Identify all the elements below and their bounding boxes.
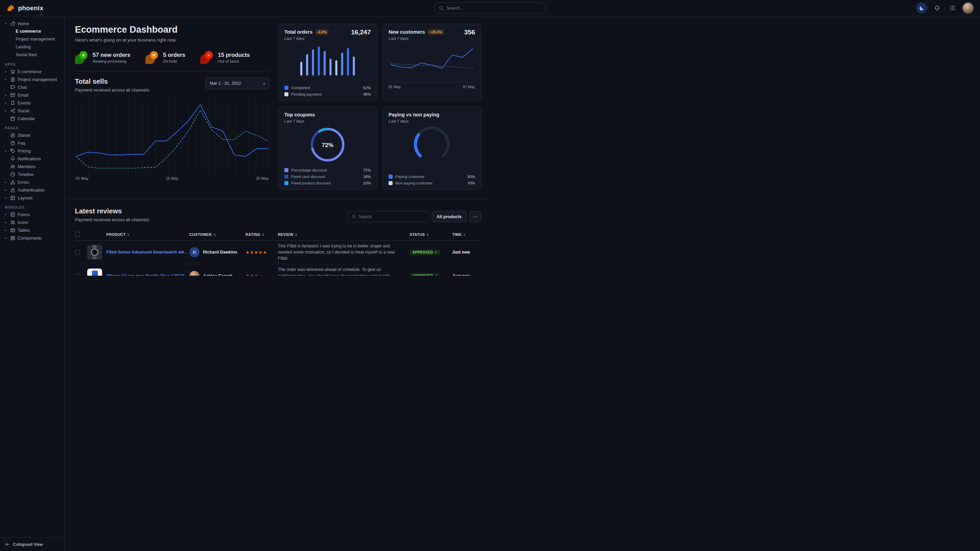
stat-value: 57 new orders: [92, 52, 130, 58]
envelope-icon: [10, 92, 15, 98]
sidebar-item-starter[interactable]: Starter: [4, 131, 62, 139]
status-badge: APPROVED✓: [410, 249, 440, 255]
donut-center-label: 72%: [309, 126, 346, 164]
phoenix-logo-icon: [6, 3, 15, 13]
sidebar-item-faq[interactable]: Faq: [4, 139, 62, 147]
card-title: Paying vs non paying: [388, 112, 439, 118]
sidebar-item-email[interactable]: ▸Email: [4, 91, 62, 99]
column-header-review[interactable]: REVIEW⇅: [278, 232, 410, 237]
sidebar-item-forms[interactable]: ▸Forms: [4, 211, 62, 219]
legend-value: 52%: [363, 86, 371, 90]
page-title: Ecommerce Dashboard: [75, 24, 269, 35]
column-header-status[interactable]: STATUS⇅: [410, 232, 452, 237]
sidebar-item-tables[interactable]: ▸Tables: [4, 226, 62, 234]
search-input[interactable]: [446, 6, 490, 11]
sidebar-item-errors[interactable]: ▸Errors: [4, 178, 62, 186]
sidebar: ▾HomeE commerceProject managementLanding…: [0, 16, 65, 276]
row-checkbox[interactable]: [75, 273, 80, 276]
sidebar-item-label: Email: [18, 93, 28, 98]
total-orders-chart: [297, 43, 358, 78]
lock-icon: [10, 187, 15, 193]
column-header-product[interactable]: PRODUCT⇅: [87, 232, 189, 237]
paying-gauge-chart: [406, 125, 457, 160]
sidebar-item-home[interactable]: ▾Home: [4, 20, 62, 27]
legend-swatch: [284, 92, 288, 96]
date-range-select[interactable]: Mar 1 - 31, 2022 ▾: [205, 78, 269, 89]
sidebar-subitem-landing[interactable]: Landing: [4, 43, 62, 51]
sidebar-item-authentication[interactable]: ▸Authentication: [4, 186, 62, 194]
trend-badge: +26.5%: [428, 29, 444, 35]
chat-icon: [10, 85, 15, 90]
product-link[interactable]: Fitbit Sense Advanced Smartwatch with To…: [106, 250, 189, 254]
chevron-down-icon: ▾: [4, 22, 8, 25]
sidebar-item-pricing[interactable]: ▸Pricing: [4, 147, 62, 155]
chevron-right-icon: ▸: [4, 149, 8, 152]
sidebar-subitem-e-commerce[interactable]: E commerce: [4, 27, 62, 35]
legend-swatch: [284, 175, 288, 179]
share-icon: [10, 108, 15, 113]
select-all-checkbox[interactable]: [75, 232, 80, 237]
new-customers-x-axis: 01 May 07 May: [388, 82, 475, 89]
rating-stars: ★★★★★: [245, 250, 278, 255]
column-header-time[interactable]: TIME⇅: [452, 232, 481, 237]
brand-name: phoenix: [18, 5, 43, 12]
column-header-rating[interactable]: RATING⇅: [245, 232, 278, 237]
star-icon: ★: [75, 51, 89, 64]
sidebar-section-label: APPS: [5, 63, 62, 67]
question-icon: [10, 141, 15, 146]
total-sells-title: Total sells: [75, 78, 149, 86]
legend-label: Fixed card discount: [291, 175, 325, 179]
sidebar-item-events[interactable]: ▸Events: [4, 99, 62, 107]
sidebar-item-label: Notifications: [18, 157, 41, 161]
sort-icon: ⇅: [127, 233, 130, 237]
more-options-button[interactable]: ⋯: [469, 211, 482, 222]
reviews-search-input[interactable]: [358, 214, 424, 219]
sidebar-item-notifications[interactable]: Notifications: [4, 155, 62, 163]
navbar-search[interactable]: [434, 2, 490, 14]
kpi-cards: Total orders -6.8% Last 7 days 16,247 Co…: [278, 24, 481, 190]
review-time: Just now: [452, 274, 481, 276]
legend-swatch: [388, 175, 393, 179]
legend-value: 18%: [363, 175, 371, 179]
total-sells-chart: [75, 99, 269, 174]
trend-badge: -6.8%: [315, 29, 329, 35]
legend-label: Non-paying customer: [395, 181, 433, 185]
review-time: Just now: [452, 250, 481, 254]
card-title: Total orders: [284, 29, 313, 35]
total-sells-x-axis: 01 May 15 May 30 May: [75, 176, 269, 182]
review-text: This Fitbit is fantastic! I was trying t…: [278, 243, 410, 261]
sidebar-item-timeline[interactable]: Timeline: [4, 170, 62, 178]
x-icon: ×: [200, 51, 214, 64]
sidebar-subitem-social-feed[interactable]: Social feed: [4, 51, 62, 59]
column-header-customer[interactable]: CUSTOMER⇅: [189, 232, 245, 237]
legend-value: 72%: [363, 168, 371, 172]
sidebar-subitem-project-management[interactable]: Project management: [4, 35, 62, 43]
sidebar-item-label: Icons: [18, 220, 28, 225]
sidebar-item-e-commerce[interactable]: ▸E commerce: [4, 68, 62, 76]
product-link[interactable]: iPhone 13 pro max-Pacific Blue-128GB sto…: [106, 274, 189, 276]
sidebar-item-social[interactable]: ▸Social: [4, 107, 62, 115]
all-products-button[interactable]: All products: [432, 211, 467, 222]
sidebar-item-layouts[interactable]: ▸Layouts: [4, 194, 62, 202]
new-customers-chart: [388, 44, 475, 80]
reviews-subtitle: Payment received across all channels: [75, 217, 149, 222]
sidebar-item-project-management[interactable]: ▸Project management: [4, 76, 62, 83]
reviews-search[interactable]: [347, 211, 429, 222]
legend-item: Fixed product discount 10%: [284, 181, 371, 185]
sidebar-item-icons[interactable]: ▸Icons: [4, 219, 62, 226]
sidebar-item-label: Home: [18, 21, 29, 26]
customer-name[interactable]: Richard Dawkins: [203, 250, 237, 254]
sidebar-section-label: PAGES: [5, 126, 62, 130]
sidebar-item-components[interactable]: ▸Components: [4, 234, 62, 242]
sidebar-item-label: Tables: [18, 228, 30, 233]
sort-icon: ⇅: [463, 233, 466, 237]
customer-name[interactable]: Ashley Garrett: [203, 274, 232, 276]
sidebar-item-members[interactable]: Members: [4, 163, 62, 170]
row-checkbox[interactable]: [75, 250, 80, 255]
sidebar-item-chat[interactable]: Chat: [4, 83, 62, 91]
sidebar-item-calendar[interactable]: Calendar: [4, 115, 62, 122]
brand[interactable]: phoenix: [6, 3, 65, 13]
card-value: 16,247: [351, 29, 371, 36]
pie-chart-icon: [10, 21, 15, 26]
legend-swatch: [388, 181, 393, 185]
